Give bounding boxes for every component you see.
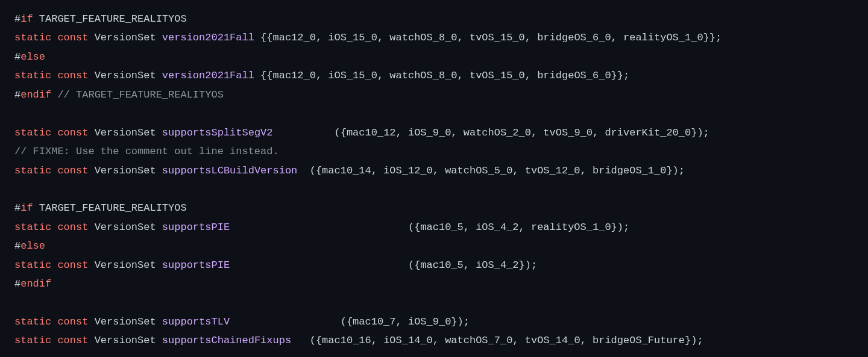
code-token: version2021Fall: [162, 32, 254, 43]
code-line: #endif // TARGET_FEATURE_REALITYOS: [14, 85, 854, 104]
code-token: [51, 316, 57, 328]
code-token: static: [14, 222, 51, 233]
code-token: const: [57, 259, 88, 271]
code-token: static: [14, 127, 51, 138]
code-line: [14, 104, 854, 123]
code-token: VersionSet: [88, 32, 162, 43]
code-line: static const VersionSet supportsChainedF…: [14, 331, 854, 350]
code-token: {{mac12_0, iOS_15_0, watchOS_8_0, tvOS_1…: [254, 70, 629, 81]
code-token: {{mac12_0, iOS_15_0, watchOS_8_0, tvOS_1…: [254, 32, 722, 43]
code-line: static const VersionSet supportsLCBuildV…: [14, 161, 854, 180]
code-token: VersionSet: [88, 259, 162, 271]
code-line: static const VersionSet version2021Fall …: [14, 66, 854, 85]
code-token: #: [14, 278, 20, 290]
code-token: if: [20, 13, 33, 25]
code-line: [14, 180, 854, 199]
code-token: supportsPIE: [162, 259, 230, 271]
code-token: static: [14, 335, 51, 346]
code-token: [51, 222, 57, 233]
code-token: [51, 335, 57, 346]
code-token: ({mac10_7, iOS_9_0});: [230, 316, 470, 328]
code-token: ({mac10_5, iOS_4_2, realityOS_1_0});: [230, 222, 629, 233]
code-token: VersionSet: [88, 165, 162, 176]
code-token: [51, 127, 57, 138]
code-token: ({mac10_16, iOS_14_0, watchOS_7_0, tvOS_…: [291, 335, 703, 346]
code-token: [14, 108, 20, 119]
code-token: const: [57, 165, 88, 176]
code-token: #: [14, 202, 20, 214]
code-token: ({mac10_5, iOS_4_2});: [230, 259, 537, 271]
code-token: [51, 70, 57, 81]
code-line: #else: [14, 48, 854, 66]
code-line: static const VersionSet supportsTLV ({ma…: [14, 312, 854, 331]
code-token: VersionSet: [88, 222, 162, 233]
code-token: [51, 259, 57, 271]
code-token: static: [14, 70, 51, 81]
code-token: endif: [20, 278, 51, 290]
code-line: [14, 294, 854, 312]
code-token: supportsLCBuildVersion: [162, 165, 297, 176]
code-token: VersionSet: [88, 335, 162, 346]
code-token: [51, 32, 57, 43]
code-token: else: [20, 240, 45, 252]
code-line: static const VersionSet version2021Fall …: [14, 28, 854, 47]
code-token: supportsChainedFixups: [162, 335, 291, 346]
code-token: VersionSet: [88, 127, 162, 138]
code-token: // FIXME: Use the comment out line inste…: [14, 146, 279, 157]
code-token: supportsSplitSegV2: [162, 127, 273, 138]
code-token: supportsPIE: [162, 222, 230, 233]
code-token: static: [14, 259, 51, 271]
code-token: static: [14, 165, 51, 176]
code-token: if: [20, 202, 33, 214]
code-token: const: [57, 222, 88, 233]
code-token: #: [14, 51, 20, 63]
code-token: [51, 165, 57, 176]
code-token: #: [14, 240, 20, 252]
code-line: #endif: [14, 275, 854, 293]
code-line: #if TARGET_FEATURE_REALITYOS: [14, 10, 854, 28]
code-line: static const VersionSet supportsPIE ({ma…: [14, 256, 854, 275]
code-token: ({mac10_14, iOS_12_0, watchOS_5_0, tvOS_…: [297, 165, 685, 176]
code-token: supportsTLV: [162, 316, 230, 328]
code-token: VersionSet: [88, 316, 162, 328]
code-token: const: [57, 127, 88, 138]
code-token: #: [14, 13, 20, 25]
code-line: // FIXME: Use the comment out line inste…: [14, 142, 854, 161]
code-block: #if TARGET_FEATURE_REALITYOSstatic const…: [14, 10, 854, 350]
code-line: static const VersionSet supportsSplitSeg…: [14, 123, 854, 142]
code-token: endif: [20, 89, 51, 101]
code-line: #if TARGET_FEATURE_REALITYOS: [14, 199, 854, 217]
code-token: [14, 184, 20, 195]
code-line: #else: [14, 237, 854, 255]
code-token: const: [57, 316, 88, 328]
code-token: // TARGET_FEATURE_REALITYOS: [57, 89, 223, 101]
code-token: TARGET_FEATURE_REALITYOS: [33, 202, 187, 214]
code-token: [51, 89, 57, 101]
code-token: else: [20, 51, 45, 63]
code-token: ({mac10_12, iOS_9_0, watchOS_2_0, tvOS_9…: [273, 127, 709, 138]
code-token: VersionSet: [88, 70, 162, 81]
code-token: static: [14, 32, 51, 43]
code-token: [14, 297, 20, 309]
code-token: const: [57, 32, 88, 43]
code-token: #: [14, 89, 20, 101]
code-token: version2021Fall: [162, 70, 254, 81]
code-token: const: [57, 70, 88, 81]
code-token: TARGET_FEATURE_REALITYOS: [33, 13, 187, 25]
code-token: const: [57, 335, 88, 346]
code-line: static const VersionSet supportsPIE ({ma…: [14, 218, 854, 237]
code-token: static: [14, 316, 51, 328]
